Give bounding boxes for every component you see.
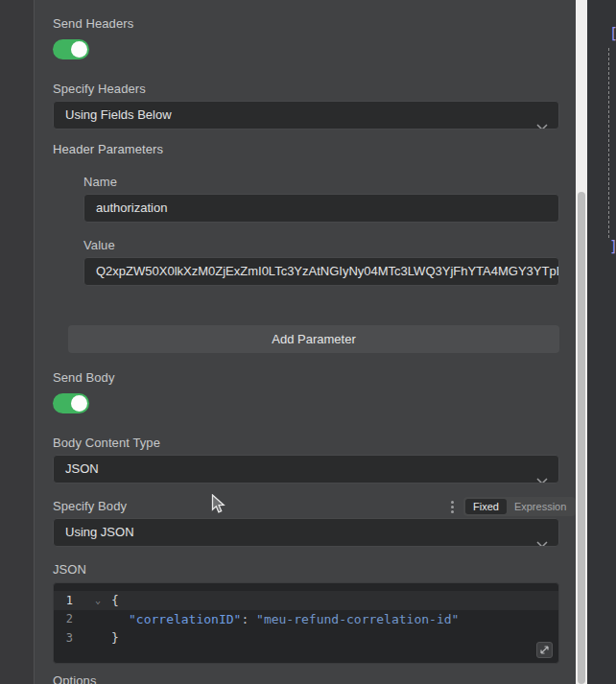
param-name-value: authorization [96,200,167,215]
param-value-label: Value [83,238,115,252]
send-headers-label: Send Headers [53,16,133,31]
mouse-cursor [211,494,226,515]
code-line[interactable]: 3 } [54,628,558,648]
specify-body-selected-value: Using JSON [65,525,134,539]
scrollbar-thumb[interactable] [578,192,585,684]
output-open-bracket[interactable]: [ [609,25,616,42]
panel-left-gutter [0,0,35,684]
send-body-label: Send Body [53,370,115,385]
param-name-label: Name [83,175,117,189]
fold-guide-line [608,48,609,238]
json-editor-label: JSON [53,562,86,577]
output-close-bracket[interactable]: ] [609,238,616,255]
code-line[interactable]: 1 ⌄ { [54,591,558,610]
code-text: { [111,593,119,607]
json-key: "correlationID" [129,612,241,626]
json-code-editor[interactable]: 1 ⌄ { 2 "correlationID": "meu-refund-cor… [53,582,559,664]
options-section-label: Options [53,673,97,684]
send-headers-toggle[interactable] [53,39,89,59]
body-content-type-selected-value: JSON [65,461,99,476]
chevron-down-icon [536,531,548,547]
node-settings-panel: Send Headers Specify Headers Using Field… [0,0,616,684]
parameter-options-menu-icon[interactable] [449,499,456,515]
line-number: 2 [59,612,73,625]
line-number: 3 [59,631,73,645]
mode-expression-button[interactable]: Expression [507,499,574,514]
chevron-down-icon [536,113,548,130]
specify-body-select[interactable]: Using JSON [53,518,559,547]
fixed-expression-switch: Fixed Expression [463,497,576,516]
body-content-type-select[interactable]: JSON [53,455,559,484]
param-value-value: Q2xpZW50X0lkXzM0ZjExZmI0LTc3YzAtNGIyNy04… [96,264,559,278]
fold-chevron-icon[interactable]: ⌄ [92,596,104,605]
code-text: "correlationID": "meu-refund-correlation… [129,612,459,626]
mode-fixed-button[interactable]: Fixed [465,499,507,514]
specify-headers-selected-value: Using Fields Below [65,107,172,122]
chevron-down-icon [536,467,548,484]
send-body-toggle[interactable] [53,393,89,413]
body-content-type-label: Body Content Type [53,436,160,450]
json-separator: : [241,612,256,626]
expand-arrow-icon [540,646,549,654]
json-string-value: "meu-refund-correlation-id" [256,612,459,626]
specify-headers-select[interactable]: Using Fields Below [53,101,559,130]
specify-body-label: Specify Body [53,499,127,513]
header-parameters-label: Header Parameters [53,142,163,156]
toggle-knob [71,41,87,58]
toggle-knob [71,395,87,412]
add-parameter-button[interactable]: Add Parameter [68,325,559,353]
param-value-input[interactable]: Q2xpZW50X0lkXzM0ZjExZmI0LTc3YzAtNGIyNy04… [83,257,559,286]
param-name-input[interactable]: authorization [83,194,559,223]
specify-headers-label: Specify Headers [53,82,146,96]
code-line[interactable]: 2 "correlationID": "meu-refund-correlati… [54,610,558,629]
output-json-panel [587,0,616,684]
expand-editor-button[interactable] [536,642,553,658]
line-number: 1 [59,594,73,607]
code-text: } [111,630,119,645]
